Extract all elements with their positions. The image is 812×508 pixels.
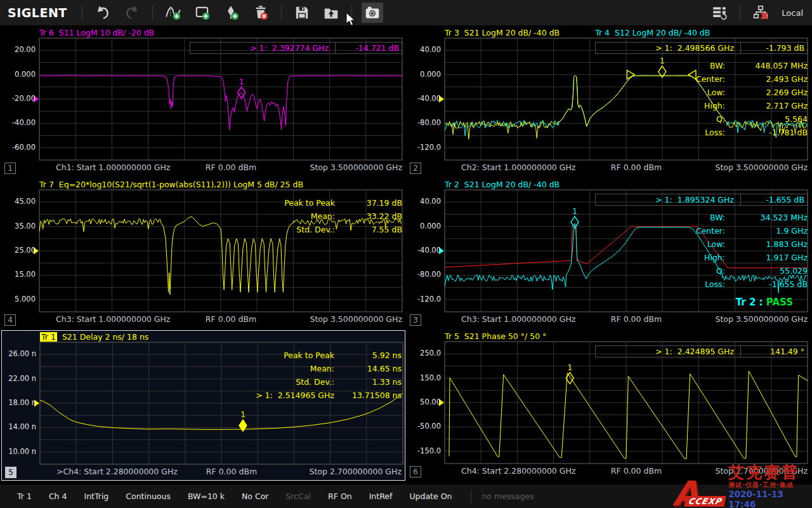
redo-icon: [121, 3, 143, 23]
stat-label: Std. Dev.:: [223, 225, 335, 238]
panel-3[interactable]: Tr 2 S21 LogM 20 dB/ -40 dB140.000.000-4…: [407, 178, 811, 329]
panel-number[interactable]: 6: [410, 466, 421, 478]
stat-value: 1.33 ns: [334, 377, 402, 391]
marker-readout-freq: > 1: 2.424895 GHz: [596, 346, 741, 357]
recall-icon[interactable]: [320, 3, 342, 23]
channel-stop-freq: Stop 3.500000000 GHz: [310, 163, 402, 172]
marker-readout: > 1: 1.895324 GHz-1.655 dB: [595, 194, 808, 206]
toolbar-separator: [152, 5, 153, 20]
panel-number[interactable]: 1: [4, 163, 16, 174]
bw-value: -1.781 dB: [725, 128, 808, 141]
panel-4[interactable]: Tr 7 Eq=20*log10(S21/sqrt(1-pow(abs(S11)…: [1, 178, 405, 329]
rf-power-level: RF 0.00 dBm: [180, 314, 282, 324]
channel-stop-freq: Stop 3.500000000 GHz: [715, 314, 808, 324]
vna-screen: SIGLENT Local Tr 6 S11 LogM 10 dB/ -20 d…: [0, 0, 812, 508]
save-icon[interactable]: [291, 3, 313, 23]
panel-5[interactable]: Tr 1S21 Delay 2 ns/ 18 ns126.00 n22.00 n…: [1, 330, 405, 481]
panel-6[interactable]: Tr 5 S21 Phase 50 °/ 50 °1250.0150.050.0…: [407, 330, 811, 481]
y-axis-label: 250.0: [407, 349, 441, 358]
stat-label: > 1: 2.514965 GHz: [223, 391, 334, 404]
toolbar-separator: [281, 5, 282, 20]
panel-number[interactable]: 2: [410, 163, 421, 174]
status-item-reference-source[interactable]: IntRef: [369, 491, 393, 501]
status-item-source-cal-state[interactable]: SrcCal: [286, 491, 311, 501]
marker-label: 1: [239, 77, 244, 86]
channel-start-freq: Ch4: Start 2.280000000 GHz: [461, 466, 575, 476]
marker-readout: > 1: 2.498566 GHz-1.793 dB: [595, 42, 808, 54]
add-window-icon[interactable]: [192, 3, 213, 23]
bw-label: BW:: [678, 61, 725, 74]
status-item-rf-power-state[interactable]: RF On: [328, 491, 352, 501]
bw-label: Loss:: [678, 128, 725, 141]
status-message: no messages: [481, 491, 534, 501]
y-axis-label: 50.00: [407, 398, 441, 406]
rf-power-level: RF 0.00 dBm: [586, 163, 687, 172]
y-axis-label: -150.0: [407, 446, 441, 455]
channel-start-freq: >Ch4: Start 2.280000000 GHz: [56, 467, 178, 476]
y-axis-label: 20.00: [1, 45, 36, 54]
status-item-sweep-mode[interactable]: Continuous: [126, 491, 171, 501]
siglent-logo: SIGLENT: [8, 6, 67, 20]
stat-value: 5.92 ns: [334, 351, 402, 364]
stat-label: Peak to Peak: [223, 351, 334, 364]
y-axis-label: 22.00 n: [2, 374, 36, 383]
status-item-if-bandwidth[interactable]: BW=10 k: [188, 491, 225, 501]
y-axis-label: -20.00: [1, 94, 36, 103]
panel-number[interactable]: 4: [4, 314, 16, 326]
panel-2[interactable]: Tr 3 S21 LogM 20 dB/ -40 dBTr 4 S12 LogM…: [407, 27, 811, 177]
marker-label: 1: [660, 57, 665, 65]
limit-test-trace: Tr 2 :: [736, 297, 766, 308]
add-marker-icon[interactable]: [221, 3, 242, 23]
control-mode-label: Local: [782, 8, 803, 18]
lan-disconnected-icon[interactable]: [750, 3, 771, 23]
bw-value: 1.883 GHz: [725, 239, 808, 253]
y-axis-label: 45.00: [1, 197, 36, 206]
panel-number[interactable]: 5: [5, 467, 16, 478]
system-status-icon[interactable]: [709, 3, 730, 23]
delete-icon[interactable]: [250, 3, 272, 23]
status-item-correction-state[interactable]: No Cor: [242, 491, 269, 501]
y-axis-label: -40.00: [1, 118, 36, 127]
marker-readout-value: -1.655 dB: [741, 194, 807, 205]
bw-value: -1.655 dB: [725, 279, 808, 293]
screenshot-icon[interactable]: [362, 3, 383, 23]
undo-icon[interactable]: [92, 3, 114, 23]
status-item-trigger-mode[interactable]: IntTrig: [84, 491, 108, 501]
toolbar-right: Local: [705, 3, 812, 23]
stat-value: 37.19 dB: [335, 198, 402, 211]
y-axis-label: 0.000: [1, 70, 36, 79]
y-axis-label: 26.00 n: [2, 349, 36, 358]
toolbar-icons: [76, 3, 387, 23]
marker-label: 1: [572, 207, 577, 216]
add-trace-icon[interactable]: [162, 3, 184, 23]
rf-power-level: RF 0.00 dBm: [181, 467, 282, 476]
bw-value: 5.564: [725, 114, 808, 128]
marker-label: 1: [240, 410, 246, 419]
marker-readout: > 1: 2.424895 GHz141.49 °: [595, 345, 808, 358]
bw-label: Low:: [678, 88, 725, 101]
bw-value: 2.269 GHz: [725, 88, 808, 101]
status-item-update-state[interactable]: Update On: [409, 491, 452, 501]
status-item-active-channel[interactable]: Ch 4: [49, 491, 67, 501]
bw-label: Center:: [678, 226, 725, 239]
channel-start-freq: Ch2: Start 1.000000000 GHz: [461, 163, 575, 172]
bandwidth-info: BW:34.523 MHzCenter:1.9 GHzLow:1.883 GHz…: [678, 213, 808, 293]
y-axis-label: -40.00: [407, 94, 441, 103]
panel-number[interactable]: 3: [410, 314, 421, 326]
stat-label: Mean:: [223, 211, 335, 225]
y-axis-label: 40.00: [407, 197, 441, 206]
bw-label: High:: [678, 253, 725, 266]
bw-label: Low:: [678, 239, 725, 253]
stat-value: 33.22 dB: [335, 211, 402, 225]
y-axis-label: 25.00: [1, 246, 36, 255]
y-axis-label: 150.0: [407, 373, 441, 382]
stat-value: 14.65 ns: [334, 364, 402, 377]
panel-1[interactable]: Tr 6 S11 LogM 10 dB/ -20 dB120.000.000-2…: [1, 27, 405, 177]
marker-readout: > 1: 2.392774 GHz-14.721 dB: [190, 42, 402, 54]
bw-value: 1.917 GHz: [725, 253, 808, 266]
rf-power-level: RF 0.00 dBm: [180, 163, 282, 172]
y-axis-label: -120.0: [407, 295, 441, 304]
y-axis-label: 5.000: [1, 295, 36, 304]
status-item-active-trace[interactable]: Tr 1: [17, 491, 32, 501]
y-axis-label: -60.00: [1, 143, 36, 152]
